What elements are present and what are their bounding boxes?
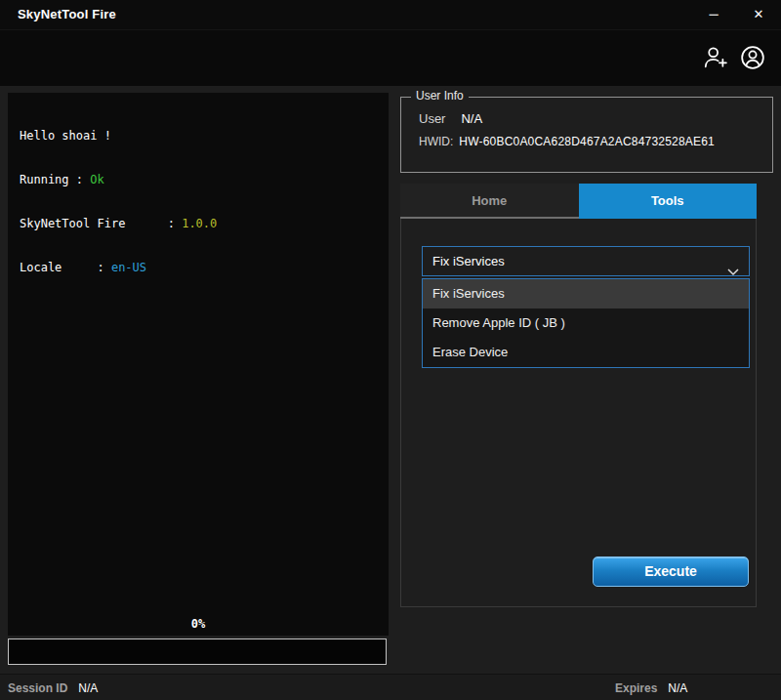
session-id-label: Session ID <box>8 681 67 695</box>
header-icon-group <box>701 43 767 72</box>
app-window: SkyNetTool Fire ─ ✕ <box>0 0 781 700</box>
profile-icon[interactable] <box>738 43 767 72</box>
close-button[interactable]: ✕ <box>750 0 767 29</box>
user-value: N/A <box>461 111 482 126</box>
expires-label: Expires <box>615 681 657 695</box>
status-bar: Session ID N/A Expires N/A <box>0 674 781 700</box>
console-panel: Hello shoai ! Running : Ok SkyNetTool Fi… <box>8 93 389 636</box>
console-greeting-text: Hello shoai ! <box>20 129 111 143</box>
dropdown-option-erase-device[interactable]: Erase Device <box>423 338 749 367</box>
session-id-group: Session ID N/A <box>8 675 98 700</box>
console-line-running: Running : Ok <box>20 173 377 187</box>
service-dropdown[interactable]: Fix iServices <box>422 246 750 276</box>
running-label: Running : <box>20 173 90 186</box>
session-id-value: N/A <box>78 681 98 695</box>
tab-home[interactable]: Home <box>400 184 579 219</box>
locale-label: Locale : <box>20 261 111 274</box>
tab-tools[interactable]: Tools <box>579 184 758 219</box>
dropdown-option-remove-apple-id[interactable]: Remove Apple ID ( JB ) <box>423 309 749 338</box>
version-label: SkyNetTool Fire : <box>20 217 182 230</box>
service-dropdown-value: Fix iServices <box>432 254 505 268</box>
tools-panel <box>400 219 757 607</box>
console-line-locale: Locale : en-US <box>20 261 377 275</box>
console-line-version: SkyNetTool Fire : 1.0.0 <box>20 217 377 231</box>
locale-value: en-US <box>111 261 146 274</box>
window-controls: ─ ✕ <box>705 0 767 29</box>
progress-bar <box>8 638 387 665</box>
user-row: UserN/A <box>419 111 482 126</box>
running-value: Ok <box>90 173 103 186</box>
console-output: Hello shoai ! Running : Ok SkyNetTool Fi… <box>8 93 389 311</box>
expires-value: N/A <box>668 681 687 695</box>
console-line-greeting: Hello shoai ! <box>20 129 377 144</box>
top-band: SkyNetTool Fire ─ ✕ <box>0 0 781 86</box>
window-title: SkyNetTool Fire <box>18 7 116 21</box>
service-dropdown-list: Fix iServices Remove Apple ID ( JB ) Era… <box>422 278 750 368</box>
user-info-groupbox: User Info UserN/A HWID:HW-60BC0A0CA628D4… <box>400 97 773 173</box>
hwid-value: HW-60BC0A0CA628D467A2AC84732528AE61 <box>459 135 715 148</box>
execute-button[interactable]: Execute <box>593 556 749 587</box>
progress-percent-label: 0% <box>8 617 389 631</box>
expires-group: Expires N/A <box>615 675 687 700</box>
user-label: User <box>419 111 445 126</box>
tab-strip: Home Tools <box>400 184 757 219</box>
title-bar: SkyNetTool Fire ─ ✕ <box>0 0 781 30</box>
add-user-icon[interactable] <box>701 43 730 72</box>
version-value: 1.0.0 <box>182 217 217 230</box>
hwid-label: HWID: <box>419 135 453 148</box>
hwid-row: HWID:HW-60BC0A0CA628D467A2AC84732528AE61 <box>419 135 715 148</box>
minimize-button[interactable]: ─ <box>705 0 722 29</box>
user-info-legend: User Info <box>411 89 469 103</box>
dropdown-option-fix-iservices[interactable]: Fix iServices <box>423 279 749 309</box>
